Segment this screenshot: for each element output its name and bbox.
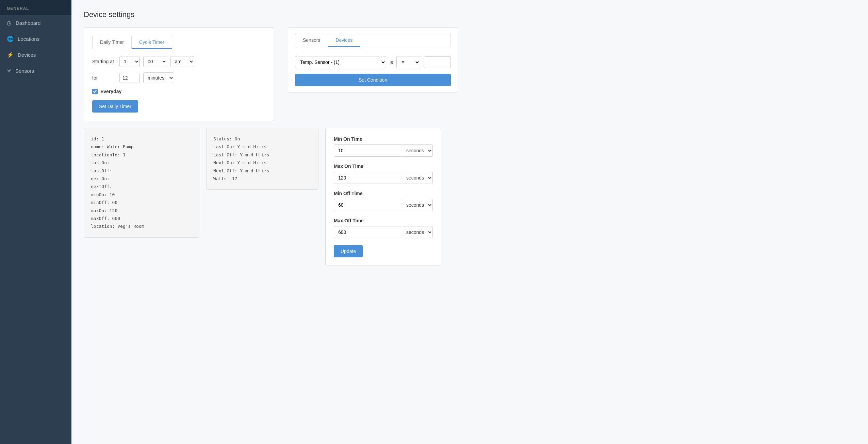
max-on-input[interactable] xyxy=(334,172,402,183)
device-info-text: id: 1 name: Water Pump locationId: 1 las… xyxy=(91,135,192,230)
sensor-tab-group: Sensors Devices xyxy=(295,34,451,47)
ampm-select[interactable]: am pm xyxy=(170,56,194,67)
min-on-unit-select[interactable]: seconds minutes hours xyxy=(402,145,432,156)
sensors-icon: ✳ xyxy=(7,68,11,74)
sidebar-item-label: Devices xyxy=(18,52,36,58)
everyday-checkbox[interactable] xyxy=(92,89,98,94)
sidebar-item-devices[interactable]: ⚡ Devices xyxy=(0,47,71,63)
sidebar: GENERAL ◷ Dashboard 🌐 Locations ⚡ Device… xyxy=(0,0,71,444)
tab-cycle-timer[interactable]: Cycle Timer xyxy=(132,36,172,49)
device-status-box: Status: On Last On: Y-m-d H:i:s Last Off… xyxy=(206,128,318,190)
set-daily-timer-button[interactable]: Set Daily Timer xyxy=(92,100,138,113)
max-on-group: Max On Time seconds minutes hours xyxy=(334,164,433,184)
tab-sensors[interactable]: Sensors xyxy=(295,34,328,47)
daily-timer-panel: Daily Timer Cycle Timer Starting at 1 00… xyxy=(84,27,274,121)
min-off-unit-select[interactable]: seconds minutes hours xyxy=(402,199,432,211)
max-on-unit-select[interactable]: seconds minutes hours xyxy=(402,172,432,184)
max-off-input[interactable] xyxy=(334,227,402,238)
tab-daily-timer[interactable]: Daily Timer xyxy=(93,36,132,49)
timing-panel: Min On Time seconds minutes hours Max On… xyxy=(325,128,441,266)
locations-icon: 🌐 xyxy=(7,36,14,42)
min-off-input[interactable] xyxy=(334,200,402,210)
starting-at-row: Starting at 1 00 am pm xyxy=(92,56,266,67)
sidebar-item-label: Locations xyxy=(18,36,39,42)
starting-at-label: Starting at xyxy=(92,59,116,64)
max-off-unit-select[interactable]: seconds minutes hours xyxy=(402,226,432,238)
tab-devices[interactable]: Devices xyxy=(328,34,360,47)
min-on-input-row: seconds minutes hours xyxy=(334,144,433,157)
condition-value-input[interactable] xyxy=(424,56,451,68)
sidebar-item-locations[interactable]: 🌐 Locations xyxy=(0,31,71,47)
full-content: Daily Timer Cycle Timer Starting at 1 00… xyxy=(84,27,856,266)
update-button[interactable]: Update xyxy=(334,245,363,257)
sidebar-item-label: Dashboard xyxy=(16,20,40,26)
max-on-label: Max On Time xyxy=(334,164,433,169)
sidebar-general-label: GENERAL xyxy=(0,0,71,15)
sensor-select[interactable]: Temp. Sensor - (1) xyxy=(295,56,386,68)
max-off-label: Max Off Time xyxy=(334,218,433,223)
device-info-box: id: 1 name: Water Pump locationId: 1 las… xyxy=(84,128,199,238)
is-label: is xyxy=(390,59,393,65)
dashboard-icon: ◷ xyxy=(7,20,12,26)
set-condition-button[interactable]: Set Condition xyxy=(295,74,451,86)
for-value-input[interactable] xyxy=(119,73,140,83)
max-off-input-row: seconds minutes hours xyxy=(334,226,433,238)
everyday-row: Everyday xyxy=(92,89,266,94)
sidebar-item-sensors[interactable]: ✳ Sensors xyxy=(0,63,71,79)
max-off-group: Max Off Time seconds minutes hours xyxy=(334,218,433,238)
min-off-label: Min Off Time xyxy=(334,191,433,196)
min-on-label: Min On Time xyxy=(334,136,433,142)
everyday-label: Everyday xyxy=(100,89,121,94)
min-off-input-row: seconds minutes hours xyxy=(334,199,433,211)
sidebar-item-label: Sensors xyxy=(15,68,34,74)
device-status-text: Status: On Last On: Y-m-d H:i:s Last Off… xyxy=(213,135,311,183)
min-on-input[interactable] xyxy=(334,145,402,156)
devices-icon: ⚡ xyxy=(7,52,14,58)
for-label: for xyxy=(92,75,116,81)
for-unit-select[interactable]: minutes hours seconds xyxy=(143,72,174,83)
timer-tab-group: Daily Timer Cycle Timer xyxy=(92,36,172,49)
min-off-group: Min Off Time seconds minutes hours xyxy=(334,191,433,211)
operator-select[interactable]: = != > < xyxy=(396,56,420,68)
main-content: Device settings Daily Timer Cycle Timer … xyxy=(71,0,868,444)
sidebar-item-dashboard[interactable]: ◷ Dashboard xyxy=(0,15,71,31)
minute-select[interactable]: 00 xyxy=(143,56,167,67)
max-on-input-row: seconds minutes hours xyxy=(334,172,433,184)
top-section: Daily Timer Cycle Timer Starting at 1 00… xyxy=(84,27,856,121)
hour-select[interactable]: 1 xyxy=(119,56,140,67)
bottom-section: id: 1 name: Water Pump locationId: 1 las… xyxy=(84,128,856,266)
page-title: Device settings xyxy=(84,10,856,19)
sensor-panel: Sensors Devices Temp. Sensor - (1) is = … xyxy=(288,27,458,92)
min-on-group: Min On Time seconds minutes hours xyxy=(334,136,433,157)
sensor-condition-row: Temp. Sensor - (1) is = != > < xyxy=(295,56,451,68)
for-row: for minutes hours seconds xyxy=(92,72,266,83)
